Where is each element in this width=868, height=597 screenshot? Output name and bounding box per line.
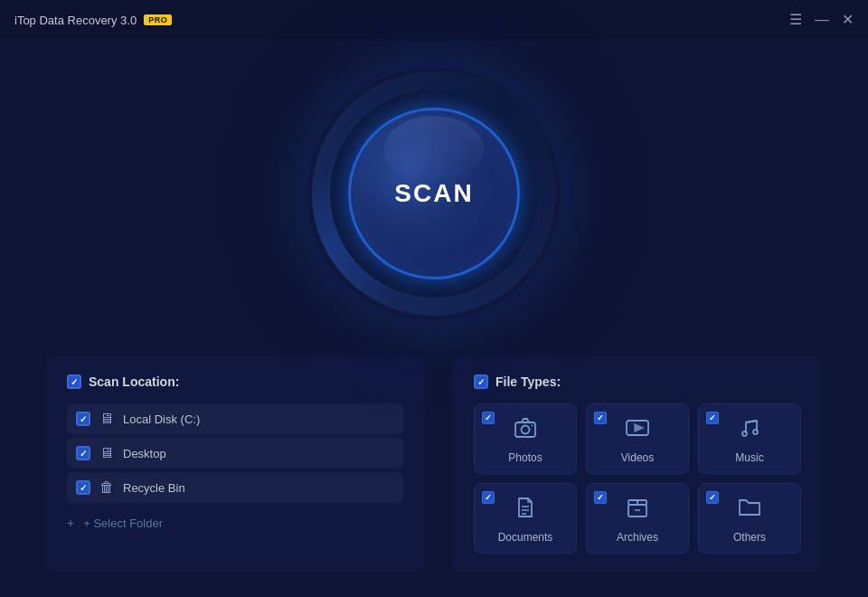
- desktop-checkbox[interactable]: [76, 446, 90, 460]
- videos-label: Videos: [621, 451, 654, 464]
- file-types-grid: Photos Videos: [474, 403, 801, 554]
- others-label: Others: [733, 531, 766, 544]
- scan-location-header: Scan Location:: [67, 374, 403, 389]
- list-item: 🖥 Desktop: [67, 438, 403, 469]
- hard-drive-icon: 🖥: [99, 411, 114, 427]
- file-types-checkbox[interactable]: [474, 374, 488, 389]
- scan-location-title: Scan Location:: [89, 374, 179, 389]
- svg-point-2: [532, 425, 533, 427]
- documents-checkbox: [482, 491, 495, 504]
- music-card[interactable]: Music: [698, 403, 801, 474]
- main-content: SCAN Scan Location: 🖥 Local Disk (C:): [0, 40, 868, 572]
- titlebar-left: iTop Data Recovery 3.0 PRO: [14, 14, 172, 27]
- music-checkbox: [706, 412, 719, 424]
- local-disk-label: Local Disk (C:): [123, 412, 200, 426]
- titlebar-controls: ☰ — ✕: [789, 13, 854, 27]
- videos-card[interactable]: Videos: [586, 403, 689, 474]
- others-card[interactable]: Others: [698, 483, 801, 554]
- file-types-panel: File Types: Photos: [452, 356, 823, 572]
- svg-point-7: [753, 430, 758, 434]
- plus-icon: +: [67, 516, 74, 530]
- file-types-header: File Types:: [474, 374, 801, 389]
- scan-outer-ring: SCAN: [307, 67, 561, 320]
- local-disk-checkbox[interactable]: [76, 412, 90, 426]
- camera-icon: [513, 415, 538, 446]
- scan-location-panel: Scan Location: 🖥 Local Disk (C:) 🖥 Deskt…: [45, 356, 425, 572]
- bottom-panels: Scan Location: 🖥 Local Disk (C:) 🖥 Deskt…: [36, 356, 832, 572]
- photos-label: Photos: [508, 451, 542, 464]
- music-label: Music: [735, 451, 763, 464]
- folder-icon: [737, 495, 762, 526]
- minimize-button[interactable]: —: [815, 13, 829, 27]
- recycle-bin-checkbox[interactable]: [76, 480, 90, 495]
- location-items: 🖥 Local Disk (C:) 🖥 Desktop 🗑 Recycle Bi…: [67, 403, 403, 503]
- play-icon: [625, 415, 650, 446]
- music-note-icon: [737, 415, 762, 446]
- scan-mid-ring: SCAN: [330, 90, 538, 298]
- svg-point-6: [742, 431, 747, 436]
- recycle-bin-icon: 🗑: [99, 479, 114, 496]
- photos-card[interactable]: Photos: [474, 403, 577, 474]
- documents-label: Documents: [498, 531, 553, 544]
- others-checkbox: [706, 491, 719, 504]
- menu-button[interactable]: ☰: [789, 13, 802, 27]
- scan-button[interactable]: SCAN: [348, 108, 520, 280]
- svg-rect-0: [515, 422, 535, 437]
- recycle-bin-label: Recycle Bin: [123, 481, 185, 495]
- list-item: 🗑 Recycle Bin: [67, 472, 403, 503]
- svg-line-5: [746, 421, 757, 422]
- desktop-label: Desktop: [123, 447, 166, 460]
- photos-checkbox: [482, 412, 495, 424]
- archives-card[interactable]: Archives: [586, 483, 689, 554]
- scan-area: SCAN: [307, 67, 561, 320]
- document-icon: [513, 495, 538, 526]
- archive-icon: [625, 495, 650, 526]
- videos-checkbox: [594, 412, 607, 424]
- archives-label: Archives: [617, 531, 658, 544]
- titlebar: iTop Data Recovery 3.0 PRO ☰ — ✕: [0, 0, 868, 40]
- svg-marker-4: [635, 424, 643, 431]
- pro-badge: PRO: [144, 14, 172, 25]
- documents-card[interactable]: Documents: [474, 483, 577, 554]
- close-button[interactable]: ✕: [842, 13, 854, 27]
- select-folder-label: + Select Folder: [83, 516, 163, 530]
- svg-point-1: [522, 426, 530, 434]
- file-types-title: File Types:: [495, 374, 561, 389]
- select-folder-button[interactable]: + + Select Folder: [67, 516, 403, 530]
- desktop-icon: 🖥: [99, 445, 114, 461]
- archives-checkbox: [594, 491, 607, 504]
- scan-location-checkbox[interactable]: [67, 374, 81, 389]
- app-title: iTop Data Recovery 3.0: [14, 14, 137, 27]
- list-item: 🖥 Local Disk (C:): [67, 403, 403, 434]
